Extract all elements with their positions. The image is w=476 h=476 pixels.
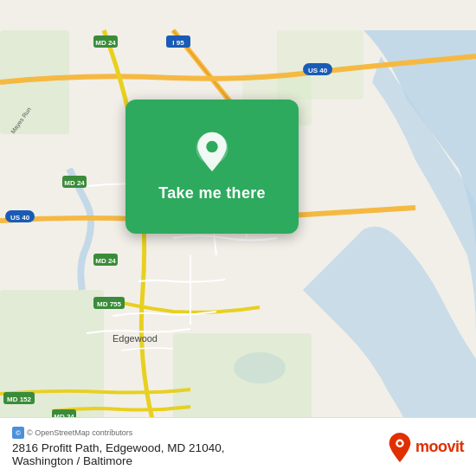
svg-text:MD 755: MD 755	[97, 300, 122, 308]
bottom-bar: © © OpenStreetMap contributors 2816 Prof…	[0, 417, 476, 476]
svg-point-29	[398, 441, 402, 445]
osm-credit: © © OpenStreetMap contributors	[12, 427, 224, 439]
moovit-logo: moovit	[388, 432, 464, 463]
svg-text:US 40: US 40	[10, 214, 30, 222]
svg-text:I 95: I 95	[172, 39, 184, 47]
moovit-pin-icon	[388, 432, 412, 463]
location-pin-icon	[190, 131, 235, 176]
svg-text:MD 24: MD 24	[64, 179, 85, 187]
osm-logo-icon: ©	[12, 427, 24, 439]
svg-text:MD 24: MD 24	[95, 39, 116, 47]
svg-point-27	[206, 141, 217, 152]
take-me-there-button[interactable]: Take me there	[125, 100, 299, 234]
map-svg: I 95 US 40 MD 24 MD 24 MD 24 US 40 MD 75…	[0, 0, 476, 476]
moovit-brand-text: moovit	[415, 438, 464, 456]
svg-text:MD 24: MD 24	[95, 257, 116, 265]
address-section: © © OpenStreetMap contributors 2816 Prof…	[12, 427, 224, 467]
take-me-there-label: Take me there	[158, 184, 266, 203]
app-container: I 95 US 40 MD 24 MD 24 MD 24 US 40 MD 75…	[0, 0, 476, 476]
map-view: I 95 US 40 MD 24 MD 24 MD 24 US 40 MD 75…	[0, 0, 476, 476]
address-line: 2816 Profitt Path, Edgewood, MD 21040, W…	[12, 441, 224, 467]
svg-text:Edgewood: Edgewood	[113, 333, 158, 344]
svg-text:MD 152: MD 152	[7, 396, 32, 403]
svg-text:US 40: US 40	[308, 67, 328, 74]
